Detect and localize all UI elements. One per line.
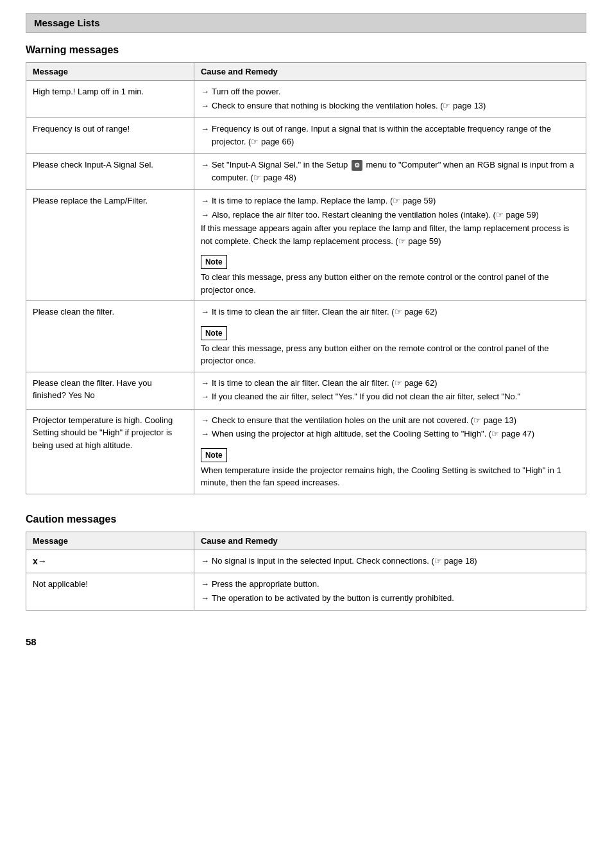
cause-bullet: → Set "Input-A Signal Sel." in the Setup… [201,159,579,184]
arrow-icon: → [201,100,209,112]
warning-col-cause: Cause and Remedy [194,63,586,81]
page-header: Message Lists [26,13,586,33]
cause-cell: → Set "Input-A Signal Sel." in the Setup… [194,154,586,190]
warning-section: Warning messages Message Cause and Remed… [26,44,586,494]
arrow-icon: → [201,390,209,403]
cause-bullet: → It is time to clean the air filter. Cl… [201,377,579,390]
arrow-icon: → [201,123,209,135]
arrow-icon: → [201,195,209,207]
page-footer: 58 [26,630,586,647]
caution-col-cause: Cause and Remedy [194,532,586,550]
cause-cell: → It is time to clean the air filter. Cl… [194,301,586,372]
cause-bullet: → It is time to clean the air filter. Cl… [201,306,579,318]
warning-col-message: Message [26,63,194,81]
message-cell: Frequency is out of range! [26,118,194,154]
table-row: Not applicable!→ Press the appropriate b… [26,573,586,611]
cause-cell: → Turn off the power.→ Check to ensure t… [194,81,586,118]
note-section: Note To clear this message, press any bu… [201,322,579,367]
message-cell: Not applicable! [26,573,194,611]
table-row: Please clean the filter. Have you finish… [26,372,586,409]
note-text: When temperature inside the projector re… [201,464,579,489]
message-cell: High temp.! Lamp off in 1 min. [26,81,194,118]
cause-bullet: → Also, replace the air filter too. Rest… [201,209,579,221]
cause-bullet: → The operation to be activated by the b… [201,592,579,605]
message-cell: Projector temperature is high. Cooling S… [26,409,194,494]
caution-title: Caution messages [26,514,586,525]
cause-cell: → It is time to clean the air filter. Cl… [194,372,586,409]
cause-bullet: → Check to ensure that nothing is blocki… [201,100,579,112]
cause-bullet: → Check to ensure that the ventilation h… [201,414,579,427]
table-row: High temp.! Lamp off in 1 min.→ Turn off… [26,81,586,118]
x-input-symbol: x→ [33,556,47,566]
arrow-icon: → [201,414,209,427]
cause-cell: → Check to ensure that the ventilation h… [194,409,586,494]
page-number: 58 [26,636,37,647]
note-badge: Note [201,448,227,462]
arrow-icon: → [201,85,209,98]
note-text: To clear this message, press any button … [201,271,579,296]
table-row: Please check Input-A Signal Sel.→ Set "I… [26,154,586,190]
arrow-icon: → [201,209,209,221]
cause-bullet: → Press the appropriate button. [201,578,579,591]
message-cell: Please replace the Lamp/Filter. [26,190,194,301]
arrow-icon: → [201,592,209,605]
arrow-icon: → [201,159,209,171]
table-row: Frequency is out of range!→ Frequency is… [26,118,586,154]
note-badge: Note [201,255,227,269]
table-row: x→→ No signal is input in the selected i… [26,550,586,573]
cause-bullet: → When using the projector at high altit… [201,428,579,440]
table-row: Please replace the Lamp/Filter.→ It is t… [26,190,586,301]
cause-cell: → It is time to replace the lamp. Replac… [194,190,586,301]
note-section: Note When temperature inside the project… [201,444,579,489]
cause-bullet: → Turn off the power. [201,85,579,98]
cause-bullet: → Frequency is out of range. Input a sig… [201,123,579,148]
message-cell: x→ [26,550,194,573]
caution-section: Caution messages Message Cause and Remed… [26,514,586,611]
caution-table: Message Cause and Remedy x→→ No signal i… [26,532,586,611]
warning-table: Message Cause and Remedy High temp.! Lam… [26,62,586,494]
note-badge: Note [201,326,227,340]
caution-col-message: Message [26,532,194,550]
cause-cell: → Frequency is out of range. Input a sig… [194,118,586,154]
cause-bullet: → If you cleaned the air filter, select … [201,390,579,403]
warning-title: Warning messages [26,44,586,56]
cause-cell: → Press the appropriate button.→ The ope… [194,573,586,611]
message-cell: Please clean the filter. Have you finish… [26,372,194,409]
arrow-icon: → [201,555,209,568]
table-row: Projector temperature is high. Cooling S… [26,409,586,494]
arrow-icon: → [201,578,209,591]
cause-bullet: → It is time to replace the lamp. Replac… [201,195,579,207]
cause-cell: → No signal is input in the selected inp… [194,550,586,573]
arrow-icon: → [201,377,209,390]
cause-bullet: → No signal is input in the selected inp… [201,555,579,568]
message-cell: Please clean the filter. [26,301,194,372]
setup-icon: ⚙ [352,160,362,171]
note-text: To clear this message, press any button … [201,342,579,367]
note-section: Note To clear this message, press any bu… [201,251,579,296]
arrow-icon: → [201,428,209,440]
table-row: Please clean the filter.→ It is time to … [26,301,586,372]
message-cell: Please check Input-A Signal Sel. [26,154,194,190]
arrow-icon: → [201,306,209,318]
cause-text: If this message appears again after you … [201,222,579,247]
